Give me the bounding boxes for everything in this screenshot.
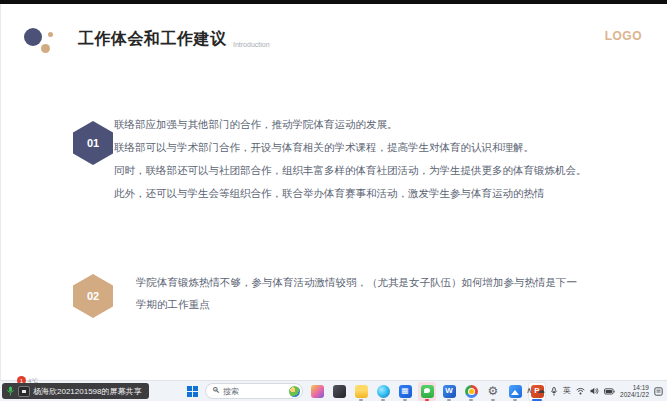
- point-02-number: 02: [87, 290, 99, 302]
- colorful-app-glyph: [311, 385, 324, 398]
- file-explorer-icon[interactable]: [352, 382, 370, 401]
- word-glyph: W: [443, 385, 456, 398]
- chrome-icon[interactable]: [462, 382, 480, 401]
- taskbar-apps: ▦W⚙P: [308, 382, 546, 401]
- cloud-icon[interactable]: ☁: [537, 387, 545, 395]
- system-tray: ∧ ☁ 英 14:19 2024/1/22: [526, 381, 663, 401]
- search-input[interactable]: 🔍︎ 搜索: [205, 383, 303, 399]
- text-line: 学期的工作重点: [136, 293, 577, 315]
- meeting-app-icon[interactable]: [506, 382, 524, 401]
- text-line: 联络部应加强与其他部门的合作，推动学院体育运动的发展。: [114, 113, 587, 136]
- notification-center-icon[interactable]: [654, 387, 663, 396]
- settings-glyph: ⚙: [487, 385, 500, 398]
- edge-icon[interactable]: [374, 382, 392, 401]
- ime-indicator[interactable]: 英: [563, 387, 571, 395]
- chevron-up-icon[interactable]: ∧: [526, 387, 532, 395]
- running-indicator: [469, 399, 473, 401]
- deco-circle-tan-medium: [41, 44, 50, 53]
- deco-circle-navy: [24, 28, 42, 46]
- blue-grid-app-icon[interactable]: ▦: [396, 382, 414, 401]
- text-line: 同时，联络部还可以与社团部合作，组织丰富多样的体育社团活动，为学生提供更多的体育…: [114, 159, 587, 182]
- search-highlight-globe-icon[interactable]: [289, 386, 300, 397]
- logo-text: LOGO: [605, 29, 642, 43]
- text-line: 此外，还可以与学生会等组织合作，联合举办体育赛事和活动，激发学生参与体育运动的热…: [114, 182, 587, 205]
- point-01-number: 01: [87, 137, 99, 149]
- text-line: 联络部可以与学术部门合作，开设与体育相关的学术课程，提高学生对体育的认识和理解。: [114, 136, 587, 159]
- clock-time: 14:19: [620, 384, 649, 392]
- hexagon-point-01: 01: [73, 121, 113, 165]
- chrome-glyph: [465, 385, 478, 398]
- microphone-icon[interactable]: [550, 387, 558, 396]
- blue-grid-app-glyph: ▦: [399, 385, 412, 398]
- running-indicator: [447, 399, 451, 401]
- wechat-icon[interactable]: [418, 382, 436, 401]
- edge-glyph: [377, 385, 390, 398]
- battery-icon[interactable]: [604, 388, 615, 395]
- clock-date: 2024/1/22: [620, 391, 649, 399]
- screen-share-icon: [18, 386, 30, 397]
- file-explorer-glyph: [355, 385, 368, 398]
- slide: 工作体会和工作建议 Introduction LOGO 01 联络部应加强与其他…: [0, 4, 667, 381]
- point-02-text: 学院体育锻炼热情不够，参与体育活动激情较弱，（尤其是女子队伍）如何增加参与热情是…: [136, 271, 577, 315]
- colorful-app-icon[interactable]: [308, 382, 326, 401]
- running-indicator: [403, 399, 407, 401]
- running-indicator: [359, 399, 363, 401]
- slide-title: 工作体会和工作建议: [78, 29, 227, 50]
- dark-window-icon[interactable]: [330, 382, 348, 401]
- meeting-app-glyph: [509, 385, 522, 398]
- microphone-icon: [6, 382, 15, 400]
- screen-share-banner[interactable]: 杨海欣2021201598的屏幕共享: [2, 383, 149, 399]
- search-icon: 🔍︎: [212, 387, 220, 395]
- text-line: 学院体育锻炼热情不够，参与体育活动激情较弱，（尤其是女子队伍）如何增加参与热情是…: [136, 271, 577, 293]
- wechat-glyph: [421, 385, 434, 398]
- running-indicator: [381, 399, 385, 401]
- screen-share-text: 杨海欣2021201598的屏幕共享: [33, 386, 142, 397]
- windows-logo-icon: [187, 386, 198, 397]
- running-indicator: [425, 399, 429, 401]
- taskbar-clock[interactable]: 14:19 2024/1/22: [620, 384, 649, 399]
- start-button[interactable]: [184, 383, 200, 399]
- dark-window-glyph: [333, 385, 346, 398]
- deco-circle-tan-small: [48, 32, 53, 37]
- word-icon[interactable]: W: [440, 382, 458, 401]
- search-placeholder: 搜索: [223, 386, 286, 397]
- hexagon-point-02: 02: [73, 274, 113, 318]
- speaker-icon[interactable]: [590, 387, 599, 395]
- settings-icon[interactable]: ⚙: [484, 382, 502, 401]
- running-indicator: [513, 399, 517, 401]
- point-01-text: 联络部应加强与其他部门的合作，推动学院体育运动的发展。联络部可以与学术部门合作，…: [114, 113, 587, 205]
- slide-subtitle: Introduction: [233, 41, 270, 48]
- running-indicator: [491, 399, 495, 401]
- wifi-icon[interactable]: [576, 387, 585, 395]
